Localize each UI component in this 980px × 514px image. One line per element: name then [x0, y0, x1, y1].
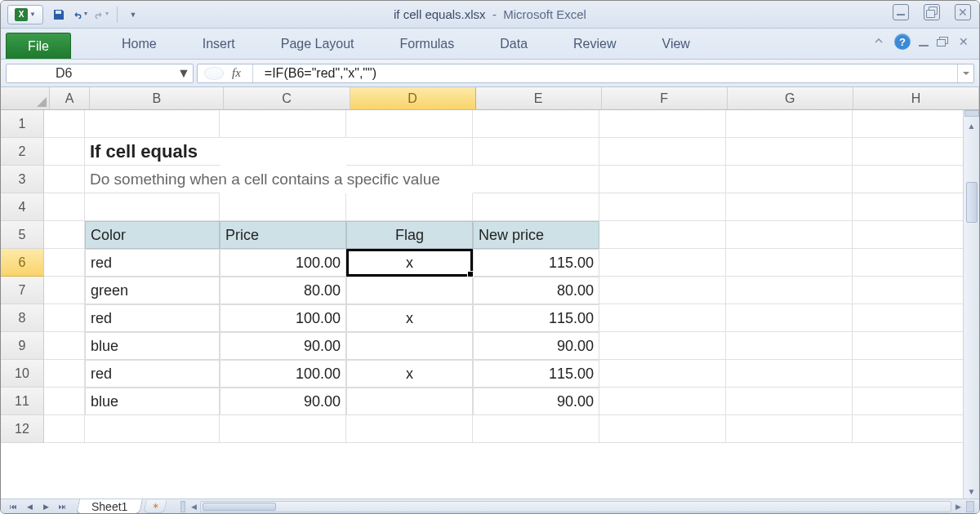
- ribbon-tab-page-layout[interactable]: Page Layout: [263, 37, 372, 51]
- cell[interactable]: 100.00: [220, 249, 346, 277]
- cell[interactable]: 90.00: [220, 332, 346, 360]
- insert-function-button[interactable]: fx: [232, 66, 241, 80]
- row-header[interactable]: 6: [1, 249, 44, 277]
- row-header[interactable]: 4: [1, 193, 44, 221]
- select-all-button[interactable]: [1, 87, 50, 109]
- expand-formula-bar-button[interactable]: [957, 64, 973, 82]
- help-button[interactable]: ?: [894, 33, 911, 50]
- cell[interactable]: blue: [85, 332, 220, 360]
- customize-qat-button[interactable]: ▼: [126, 7, 140, 22]
- column-header-c[interactable]: C: [224, 87, 350, 109]
- column-header-h[interactable]: H: [853, 87, 979, 109]
- cell[interactable]: [346, 388, 473, 415]
- ribbon-tab-home[interactable]: Home: [104, 37, 175, 51]
- ribbon-tab-insert[interactable]: Insert: [185, 37, 253, 51]
- formula-input[interactable]: =IF(B6="red","x",""): [258, 66, 957, 81]
- column-header-d[interactable]: D: [350, 87, 476, 109]
- scroll-down-button[interactable]: ▼: [964, 484, 979, 498]
- row-header[interactable]: 2: [1, 138, 44, 166]
- row-header[interactable]: 1: [1, 110, 44, 138]
- column-header-e[interactable]: E: [476, 87, 602, 109]
- cancel-formula-button[interactable]: [204, 67, 224, 80]
- cell[interactable]: 90.00: [220, 388, 346, 415]
- row-header[interactable]: 5: [1, 221, 44, 249]
- restore-button[interactable]: [924, 4, 940, 20]
- horizontal-scrollbar[interactable]: ◀ ▶: [180, 501, 979, 512]
- row-header[interactable]: 3: [1, 166, 44, 193]
- worksheet-subtitle[interactable]: Do something when a cell contains a spec…: [85, 166, 220, 193]
- cell-area[interactable]: If cell equals Do something when a cell …: [44, 110, 979, 498]
- window-title: if cell equals.xlsx - Microsoft Excel: [394, 7, 586, 21]
- workbook-restore-button[interactable]: [937, 37, 948, 47]
- scroll-right-button[interactable]: ▶: [951, 501, 964, 512]
- first-sheet-button[interactable]: ⏮: [6, 500, 20, 513]
- table-header-price[interactable]: Price: [220, 221, 346, 249]
- new-sheet-button[interactable]: ✶: [144, 500, 167, 513]
- cell[interactable]: red: [85, 360, 220, 388]
- ribbon-tab-review[interactable]: Review: [555, 37, 634, 51]
- scroll-track[interactable]: [200, 501, 951, 512]
- sheet-tab-active[interactable]: Sheet1: [76, 499, 143, 514]
- window-controls: ✕: [893, 4, 971, 20]
- cell[interactable]: [346, 277, 473, 304]
- split-handle[interactable]: [180, 501, 185, 512]
- ribbon-tab-formulas[interactable]: Formulas: [382, 37, 473, 51]
- cell[interactable]: x: [346, 360, 473, 388]
- next-sheet-button[interactable]: ▶: [38, 500, 53, 513]
- name-box-dropdown[interactable]: ▼: [178, 68, 189, 79]
- table-header-color[interactable]: Color: [85, 221, 220, 249]
- cell[interactable]: green: [85, 277, 220, 304]
- cell[interactable]: x: [346, 304, 473, 332]
- cell[interactable]: 115.00: [473, 249, 599, 277]
- split-handle[interactable]: [966, 501, 974, 512]
- last-sheet-button[interactable]: ⏭: [55, 500, 69, 513]
- scroll-thumb[interactable]: [203, 503, 276, 511]
- app-menu-button[interactable]: X ▼: [7, 5, 43, 24]
- row-header[interactable]: 9: [1, 332, 44, 360]
- cell[interactable]: 115.00: [473, 360, 599, 388]
- scroll-up-button[interactable]: ▲: [964, 118, 979, 133]
- cell[interactable]: 100.00: [220, 304, 346, 332]
- cell[interactable]: 100.00: [220, 360, 346, 388]
- column-header-b[interactable]: B: [90, 87, 224, 109]
- row-header[interactable]: 7: [1, 277, 44, 304]
- scroll-left-button[interactable]: ◀: [187, 501, 200, 512]
- workbook-close-button[interactable]: ✕: [956, 35, 971, 48]
- ribbon-tab-view[interactable]: View: [644, 37, 708, 51]
- prev-sheet-button[interactable]: ◀: [22, 500, 37, 513]
- cell[interactable]: 90.00: [473, 332, 599, 360]
- scroll-thumb[interactable]: [966, 182, 978, 223]
- cell[interactable]: [346, 332, 473, 360]
- cell[interactable]: 80.00: [220, 277, 346, 304]
- cell[interactable]: 90.00: [473, 388, 599, 415]
- workbook-minimize-button[interactable]: [919, 45, 929, 47]
- file-tab[interactable]: File: [6, 33, 71, 59]
- cell[interactable]: red: [85, 249, 220, 277]
- save-button[interactable]: [51, 7, 66, 22]
- split-handle[interactable]: [964, 110, 979, 117]
- cell-selected[interactable]: x: [346, 249, 473, 277]
- minimize-ribbon-button[interactable]: [871, 36, 886, 48]
- cell[interactable]: 115.00: [473, 304, 599, 332]
- column-header-g[interactable]: G: [728, 87, 853, 109]
- cell[interactable]: 80.00: [473, 277, 599, 304]
- close-button[interactable]: ✕: [955, 4, 971, 20]
- chevron-up-icon: [873, 36, 884, 46]
- row-header[interactable]: 12: [1, 415, 44, 443]
- name-box[interactable]: D6 ▼: [6, 64, 194, 83]
- ribbon-tab-data[interactable]: Data: [482, 37, 546, 51]
- table-header-flag[interactable]: Flag: [346, 221, 473, 249]
- table-header-newprice[interactable]: New price: [473, 221, 599, 249]
- cell[interactable]: red: [85, 304, 220, 332]
- vertical-scrollbar[interactable]: ▲ ▼: [963, 110, 979, 498]
- worksheet-title[interactable]: If cell equals: [85, 138, 220, 166]
- redo-button[interactable]: [94, 7, 109, 22]
- row-header[interactable]: 11: [1, 388, 44, 415]
- cell[interactable]: blue: [85, 388, 220, 415]
- column-header-a[interactable]: A: [50, 87, 91, 109]
- column-header-f[interactable]: F: [602, 87, 728, 109]
- minimize-button[interactable]: [893, 4, 909, 20]
- row-header[interactable]: 8: [1, 304, 44, 332]
- row-header[interactable]: 10: [1, 360, 44, 388]
- undo-button[interactable]: [73, 7, 87, 22]
